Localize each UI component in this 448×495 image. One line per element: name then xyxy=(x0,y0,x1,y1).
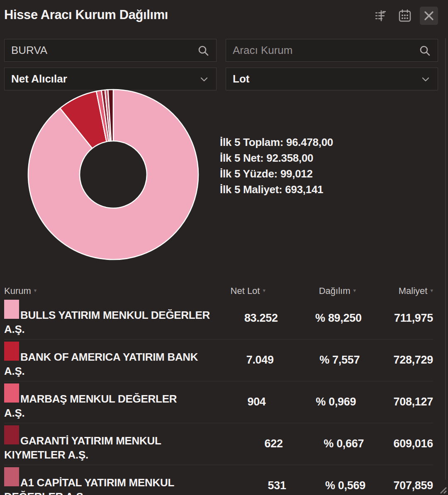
calendar-icon xyxy=(398,9,412,23)
legend-swatch xyxy=(4,342,19,361)
broker-search-placeholder: Aracı Kurum xyxy=(233,44,419,57)
chevron-down-icon xyxy=(199,74,209,85)
chevron-down-icon xyxy=(420,74,431,85)
filter-settings-button[interactable] xyxy=(372,7,390,25)
broker-name-cell: MARBAŞ MENKUL DEĞERLER A.Ş. xyxy=(4,383,204,420)
dagilim-cell: % 0,969 xyxy=(266,396,356,408)
table-header-row: Kurum▾Net Lot▾Dağılım▾Maliyet▾ xyxy=(4,284,433,298)
symbol-search-value: BURVA xyxy=(11,44,197,57)
broker-search-input[interactable]: Aracı Kurum xyxy=(226,39,438,62)
chart-section: İlk 5 Toplam: 96.478,00İlk 5 Net: 92.358… xyxy=(4,91,438,265)
filter-bar: BURVA Aracı Kurum Net Alıcılar Lot xyxy=(4,39,438,90)
header-toolbar xyxy=(372,6,438,25)
broker-name-cell: GARANTİ YATIRIM MENKUL KIYMETLER A.Ş. xyxy=(4,425,227,462)
sort-caret-icon: ▾ xyxy=(263,287,265,294)
summary-line: İlk 5 Yüzde: 99,012 xyxy=(220,166,333,182)
maliyet-cell: 609,016 xyxy=(364,437,433,450)
column-header-kurum[interactable]: Kurum▾ xyxy=(4,286,203,296)
unit-select[interactable]: Lot xyxy=(226,68,438,90)
column-header-net-lot[interactable]: Net Lot▾ xyxy=(203,286,265,296)
net-lot-cell: 622 xyxy=(227,437,283,450)
net-lot-cell: 904 xyxy=(204,396,266,408)
net-lot-cell: 531 xyxy=(231,479,286,492)
unit-select-value: Lot xyxy=(233,73,420,85)
table-row[interactable]: BULLS YATIRIM MENKUL DEĞERLER A.Ş.83.252… xyxy=(4,298,433,339)
donut-chart[interactable] xyxy=(26,87,201,262)
close-button[interactable] xyxy=(420,7,438,25)
dagilim-cell: % 0,569 xyxy=(286,479,365,492)
summary-line: İlk 5 Toplam: 96.478,00 xyxy=(220,134,333,150)
net-lot-cell: 83.252 xyxy=(220,312,278,325)
legend-swatch xyxy=(4,467,19,486)
resize-grip-icon[interactable] xyxy=(433,480,447,494)
net-lot-cell: 7.049 xyxy=(214,354,274,366)
sort-caret-icon: ▾ xyxy=(34,287,37,294)
filter-settings-icon xyxy=(374,9,387,22)
symbol-search-input[interactable]: BURVA xyxy=(4,39,217,62)
legend-swatch xyxy=(4,383,19,403)
panel-header: Hisse Aracı Kurum Dağılımı xyxy=(4,6,438,29)
top5-summary: İlk 5 Toplam: 96.478,00İlk 5 Net: 92.358… xyxy=(220,134,333,197)
maliyet-cell: 707,859 xyxy=(365,479,433,492)
scrollbar-track[interactable] xyxy=(445,38,446,480)
column-header-dağılım[interactable]: Dağılım▾ xyxy=(265,286,356,296)
maliyet-cell: 728,729 xyxy=(360,354,433,366)
calendar-button[interactable] xyxy=(396,7,414,25)
page-title: Hisse Aracı Kurum Dağılımı xyxy=(4,6,168,22)
table-row[interactable]: MARBAŞ MENKUL DEĞERLER A.Ş.904% 0,969708… xyxy=(4,381,433,423)
dagilim-cell: % 7,557 xyxy=(274,354,360,366)
maliyet-cell: 708,127 xyxy=(356,396,433,408)
table-row[interactable]: A1 CAPİTAL YATIRIM MENKUL DEĞERLER A.Ş.5… xyxy=(4,465,433,495)
maliyet-cell: 711,975 xyxy=(362,312,433,325)
table-body: BULLS YATIRIM MENKUL DEĞERLER A.Ş.83.252… xyxy=(4,298,433,495)
broker-name-cell: BULLS YATIRIM MENKUL DEĞERLER A.Ş. xyxy=(4,300,220,336)
dagilim-cell: % 0,667 xyxy=(283,437,364,450)
dagilim-cell: % 89,250 xyxy=(278,312,362,325)
side-select-value: Net Alıcılar xyxy=(11,73,199,85)
column-header-maliyet[interactable]: Maliyet▾ xyxy=(356,286,433,296)
broker-table: Kurum▾Net Lot▾Dağılım▾Maliyet▾ BULLS YAT… xyxy=(4,284,438,495)
broker-distribution-panel: Hisse Aracı Kurum Dağılımı xyxy=(0,0,448,495)
close-icon xyxy=(424,10,434,21)
sort-caret-icon: ▾ xyxy=(353,287,356,294)
broker-name-cell: A1 CAPİTAL YATIRIM MENKUL DEĞERLER A.Ş. xyxy=(4,467,231,495)
broker-name-cell: BANK OF AMERICA YATIRIM BANK A.Ş. xyxy=(4,342,214,378)
table-row[interactable]: BANK OF AMERICA YATIRIM BANK A.Ş.7.049% … xyxy=(4,339,433,381)
table-row[interactable]: GARANTİ YATIRIM MENKUL KIYMETLER A.Ş.622… xyxy=(4,423,433,465)
search-icon xyxy=(419,44,431,57)
summary-line: İlk 5 Net: 92.358,00 xyxy=(220,150,333,166)
legend-swatch xyxy=(4,300,19,319)
legend-swatch xyxy=(4,425,19,444)
summary-line: İlk 5 Maliyet: 693,141 xyxy=(220,182,333,197)
search-icon xyxy=(197,44,209,57)
sort-caret-icon: ▾ xyxy=(430,287,433,294)
